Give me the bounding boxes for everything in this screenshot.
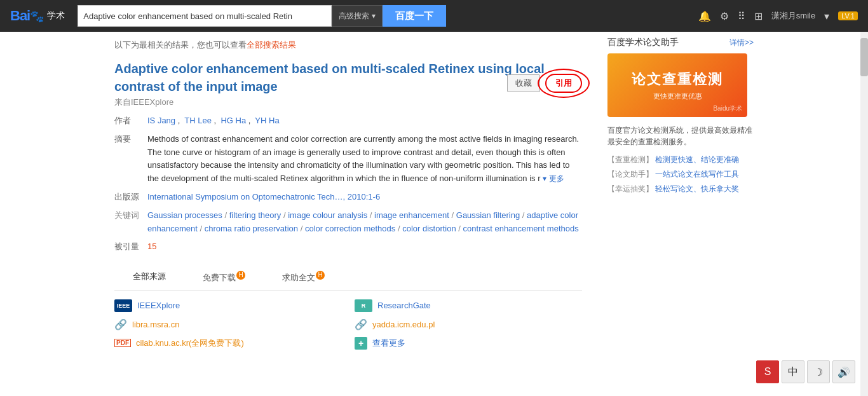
source-tabs: 全部来源 免费下载H 求助全文H bbox=[114, 265, 582, 290]
abstract-more[interactable]: ▾ 更多 bbox=[543, 174, 564, 183]
keyword-9[interactable]: color distortion bbox=[402, 224, 456, 233]
list-item: R ResearchGate bbox=[355, 299, 582, 312]
cilab-link[interactable]: cilab.knu.ac.kr(全网免费下载) bbox=[136, 338, 244, 349]
tab-request-fulltext[interactable]: 求助全文H bbox=[264, 265, 343, 289]
keywords-label: 关键词 bbox=[114, 209, 147, 236]
layout-icon[interactable]: ⊞ bbox=[754, 10, 763, 22]
author-3[interactable]: HG Ha bbox=[220, 116, 246, 125]
chevron-user-icon[interactable]: ▾ bbox=[824, 10, 829, 22]
keyword-7[interactable]: chroma ratio preservation bbox=[205, 224, 298, 233]
link-icon-1: 🔗 bbox=[114, 318, 127, 331]
logo-baidu-text: Bai🐾 bbox=[10, 8, 43, 24]
search-submit-button[interactable]: 百度一下 bbox=[383, 5, 446, 27]
yadda-link[interactable]: yadda.icm.edu.pl bbox=[372, 320, 435, 329]
keyword-5[interactable]: Gaussian filtering bbox=[456, 210, 520, 220]
rg-logo: R bbox=[355, 299, 372, 312]
author-value: IS Jang , TH Lee , HG Ha , YH Ha bbox=[147, 114, 582, 128]
right-link-2[interactable]: 一站式论文在线写作工具 bbox=[655, 170, 739, 179]
logo: Bai🐾 学术 bbox=[10, 8, 65, 24]
right-link-1[interactable]: 检测更快速、结论更准确 bbox=[655, 155, 739, 164]
nav-right: 🔔 ⚙ ⠿ ⊞ 潇湘月smile ▾ LV.1 bbox=[698, 10, 858, 22]
link-label-3: 【幸运抽奖】 bbox=[607, 184, 653, 193]
keywords-value: Gaussian processes / filtering theory / … bbox=[147, 209, 582, 236]
source-label: 出版源 bbox=[114, 191, 147, 204]
advanced-search-button[interactable]: 高级搜索 ▾ bbox=[332, 5, 383, 27]
source-row: 出版源 International Symposium on Optomecha… bbox=[114, 191, 582, 204]
cite-button[interactable]: 引用 bbox=[545, 74, 582, 93]
scrollbar[interactable] bbox=[860, 32, 868, 350]
link-label-2: 【论文助手】 bbox=[607, 170, 653, 179]
keyword-10[interactable]: contrast enhancement methods bbox=[463, 224, 579, 233]
content-left: 以下为最相关的结果，您也可以查看全部搜索结果 Adaptive color en… bbox=[114, 32, 607, 350]
keyword-4[interactable]: image enhancement bbox=[374, 210, 449, 220]
paper-from: 来自IEEEXplore bbox=[114, 97, 582, 108]
list-item: 🔗 yadda.icm.edu.pl bbox=[355, 318, 582, 331]
cited-label: 被引量 bbox=[114, 240, 147, 254]
paper-header: Adaptive color enhancement based on mult… bbox=[114, 60, 582, 93]
link-label-1: 【查重检测】 bbox=[607, 155, 653, 164]
author-1[interactable]: IS Jang bbox=[147, 116, 175, 125]
cite-button-wrap: 引用 bbox=[545, 74, 582, 93]
search-bar: 高级搜索 ▾ 百度一下 bbox=[78, 5, 446, 27]
source-link[interactable]: International Symposium on Optomechatron… bbox=[147, 192, 380, 201]
bell-icon[interactable]: 🔔 bbox=[698, 10, 711, 22]
more-sources-link[interactable]: 查看更多 bbox=[372, 338, 405, 349]
grid-icon[interactable]: ⠿ bbox=[738, 10, 745, 22]
keyword-1[interactable]: Gaussian processes bbox=[147, 210, 222, 220]
main-content: 以下为最相关的结果，您也可以查看全部搜索结果 Adaptive color en… bbox=[0, 32, 868, 350]
plus-logo: + bbox=[355, 337, 367, 350]
collect-button[interactable]: 收藏 bbox=[507, 74, 540, 92]
ad-banner-logo: Baidu学术 bbox=[713, 104, 742, 113]
ad-banner-sub: 更快更准更优惠 bbox=[653, 92, 702, 101]
user-level-badge: LV.1 bbox=[838, 11, 858, 20]
ad-banner-title: 论文查重检测 bbox=[632, 70, 723, 89]
request-fulltext-badge: H bbox=[316, 271, 325, 280]
list-item: 【幸运抽奖】 轻松写论文、快乐拿大奖 bbox=[607, 182, 754, 196]
list-item: 【论文助手】 一站式论文在线写作工具 bbox=[607, 167, 754, 182]
ad-banner[interactable]: 论文查重检测 更快更准更优惠 Baidu学术 bbox=[607, 53, 747, 117]
right-panel-links: 【查重检测】 检测更快速、结论更准确 【论文助手】 一站式论文在线写作工具 【幸… bbox=[607, 153, 754, 196]
abstract-row: 摘要 Methods of contrast enhancement and c… bbox=[114, 133, 582, 186]
right-panel-header: 百度学术论文助手 详情>> bbox=[607, 37, 754, 48]
author-label: 作者 bbox=[114, 114, 147, 128]
link-icon-2: 🔗 bbox=[355, 318, 367, 331]
pdf-logo: PDF bbox=[114, 339, 131, 347]
right-panel-desc: 百度官方论文检测系统，提供最高效最精准最安全的查重检测服务。 bbox=[607, 125, 754, 147]
keywords-row: 关键词 Gaussian processes / filtering theor… bbox=[114, 209, 582, 236]
right-panel: 百度学术论文助手 详情>> 论文查重检测 更快更准更优惠 Baidu学术 百度官… bbox=[607, 32, 754, 350]
abstract-label: 摘要 bbox=[114, 133, 147, 186]
author-4[interactable]: YH Ha bbox=[255, 116, 279, 125]
search-input-wrap bbox=[78, 5, 332, 27]
rg-link[interactable]: ResearchGate bbox=[377, 301, 431, 310]
search-input[interactable] bbox=[83, 11, 326, 21]
user-name[interactable]: 潇湘月smile bbox=[771, 10, 815, 22]
keyword-3[interactable]: image colour analysis bbox=[288, 210, 367, 220]
list-item: IEEE IEEEXplore bbox=[114, 299, 342, 312]
scrollbar-thumb[interactable] bbox=[860, 38, 868, 76]
tab-free-download[interactable]: 免费下载H bbox=[184, 265, 264, 289]
tab-all-sources[interactable]: 全部来源 bbox=[114, 265, 184, 289]
result-hint: 以下为最相关的结果，您也可以查看全部搜索结果 bbox=[114, 39, 582, 51]
author-row: 作者 IS Jang , TH Lee , HG Ha , YH Ha bbox=[114, 114, 582, 128]
list-item: + 查看更多 bbox=[355, 337, 582, 350]
source-value: International Symposium on Optomechatron… bbox=[147, 191, 582, 204]
source-grid: IEEE IEEEXplore R ResearchGate 🔗 libra.m… bbox=[114, 299, 582, 350]
right-panel-title: 百度学术论文助手 bbox=[607, 37, 679, 48]
ieee-link[interactable]: IEEEXplore bbox=[137, 301, 180, 310]
logo-xueshu-text: 学术 bbox=[47, 10, 65, 22]
keyword-2[interactable]: filtering theory bbox=[229, 210, 281, 220]
author-2[interactable]: TH Lee bbox=[184, 116, 212, 125]
ieee-logo: IEEE bbox=[114, 299, 132, 312]
right-panel-more-link[interactable]: 详情>> bbox=[729, 38, 754, 48]
abstract-value: Methods of contrast enhancement and colo… bbox=[147, 133, 582, 186]
cited-row: 被引量 15 bbox=[114, 240, 582, 254]
cited-count: 15 bbox=[147, 240, 582, 254]
list-item: 🔗 libra.msra.cn bbox=[114, 318, 342, 331]
right-link-3[interactable]: 轻松写论文、快乐拿大奖 bbox=[655, 184, 739, 193]
chevron-down-icon: ▾ bbox=[372, 11, 376, 20]
all-results-link[interactable]: 全部搜索结果 bbox=[247, 40, 296, 50]
keyword-8[interactable]: color correction methods bbox=[305, 224, 395, 233]
gear-icon[interactable]: ⚙ bbox=[720, 10, 729, 22]
list-item: 【查重检测】 检测更快速、结论更准确 bbox=[607, 153, 754, 167]
libra-link[interactable]: libra.msra.cn bbox=[132, 320, 179, 329]
